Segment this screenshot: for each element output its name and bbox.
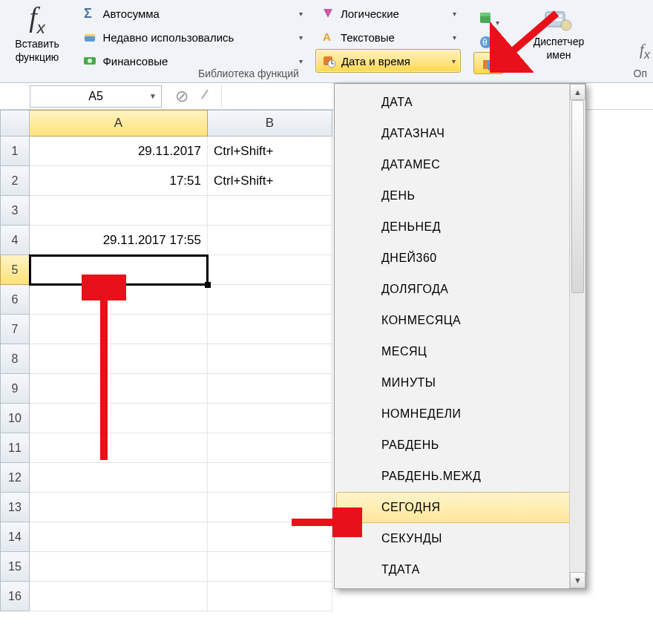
cell[interactable] [208,433,332,463]
fx-button[interactable] [199,87,214,105]
function-library-caption: Библиотека функций [171,68,326,79]
menu-item[interactable]: ТДАТА [336,554,584,585]
insert-function-button[interactable]: fx Вставить функцию [0,0,74,65]
cell[interactable] [30,522,208,552]
row-header[interactable]: 9 [0,374,30,404]
chevron-down-icon: ▾ [299,57,303,65]
row-header[interactable]: 7 [0,315,30,344]
menu-item[interactable]: РАБДЕНЬ.МЕЖД [336,461,584,492]
cell[interactable] [208,404,332,433]
svg-rect-14 [483,60,488,69]
row-header[interactable]: 15 [0,552,30,582]
function-shortcuts: Σ Автосумма ▾ Недавно использовались ▾ Ф… [77,0,307,74]
insert-function-label-2: функцию [16,51,59,63]
cell[interactable] [208,374,332,404]
recent-button[interactable]: Недавно использовались ▾ [82,25,303,49]
menu-item[interactable]: ДЕНЬНЕД [336,211,584,243]
menu-item[interactable]: ДОЛЯГОДА [336,274,584,305]
autosum-button[interactable]: Σ Автосумма ▾ [82,1,303,25]
row-header[interactable]: 10 [0,404,30,433]
row-header[interactable]: 8 [0,344,30,374]
scroll-up-button[interactable]: ▲ [570,84,585,100]
menu-item[interactable]: СЕКУНДЫ [336,523,584,554]
cell[interactable] [208,552,332,582]
column-header[interactable]: A [30,110,208,137]
cancel-button[interactable]: ⊘ [175,87,188,106]
chevron-down-icon: ▾ [452,57,456,65]
row-header[interactable]: 5 [0,255,30,285]
menu-item[interactable]: ДАТАМЕС [336,149,584,180]
name-box[interactable]: A5 ▼ [30,85,162,108]
chevron-down-icon: ▾ [453,33,456,42]
row-header[interactable]: 13 [0,493,30,522]
svg-text:Σ: Σ [84,6,92,21]
menu-item[interactable]: РАБДЕНЬ [336,430,584,461]
cell[interactable] [208,196,332,226]
chevron-down-icon[interactable]: ▼ [149,92,157,100]
row-header[interactable]: 6 [0,285,30,315]
svg-rect-2 [85,34,95,36]
svg-text:A: A [323,30,331,43]
svg-text:θ: θ [482,37,488,47]
text-button[interactable]: A Текстовые ▾ [315,25,461,49]
column-header[interactable]: B [208,110,332,137]
cell[interactable] [208,285,332,315]
chevron-down-icon: ▾ [299,33,303,42]
cell[interactable] [208,226,332,255]
cell[interactable] [30,552,208,582]
row-header[interactable]: 1 [0,137,30,166]
row-header[interactable]: 12 [0,463,30,493]
cell[interactable] [208,255,332,285]
cell[interactable] [30,582,208,611]
menu-item[interactable]: ДНЕЙ360 [336,243,584,274]
menu-item[interactable]: ДЕНЬ [336,180,584,211]
cell[interactable] [30,463,208,493]
menu-item[interactable]: НОМНЕДЕЛИ [336,398,584,430]
red-arrow-annotation [288,507,362,537]
row-header[interactable]: 2 [0,166,30,196]
name-box-value: A5 [88,90,103,103]
cell[interactable]: Ctrl+Shift+ [208,166,332,196]
select-all-corner[interactable] [0,110,30,137]
logical-button[interactable]: Логические ▾ [315,1,461,25]
red-arrow-annotation [490,6,564,73]
svg-line-20 [503,13,557,59]
cell[interactable] [30,493,208,522]
menu-item[interactable]: СЕГОДНЯ [336,492,584,523]
recent-icon [82,29,98,45]
cell[interactable] [208,463,332,493]
insert-function-label-1: Вставить [15,38,59,50]
cell[interactable] [208,582,332,611]
cell[interactable] [30,196,208,226]
date-time-dropdown: ДАТАДАТАЗНАЧДАТАМЕСДЕНЬДЕНЬНЕДДНЕЙ360ДОЛ… [334,83,586,589]
scroll-thumb[interactable] [571,100,584,293]
row-header[interactable]: 4 [0,226,30,255]
fill-handle[interactable] [205,282,211,288]
cell[interactable]: 29.11.2017 17:55 [30,226,208,255]
cell[interactable] [208,344,332,374]
row-header[interactable]: 3 [0,196,30,226]
function-categories: Логические ▾ A Текстовые ▾ Дата и время … [311,0,465,74]
row-header[interactable]: 11 [0,433,30,463]
fx-icon: fx [4,3,70,36]
cell[interactable] [208,315,332,344]
logical-icon [320,5,336,22]
right-caption: Оп [634,68,647,79]
date-time-button[interactable]: Дата и время ▾ [315,49,461,73]
row-header[interactable]: 14 [0,522,30,552]
menu-item[interactable]: МЕСЯЦ [336,336,584,367]
chevron-down-icon: ▾ [453,10,456,18]
cell[interactable]: 29.11.2017 [30,137,208,166]
chevron-down-icon: ▾ [299,10,303,18]
red-arrow-annotation [82,275,126,467]
menu-item[interactable]: КОНМЕСЯЦА [336,305,584,336]
scrollbar[interactable]: ▲ ▼ [569,84,585,588]
scroll-down-button[interactable]: ▼ [570,572,585,588]
menu-item[interactable]: ДАТА [336,87,584,118]
row-header[interactable]: 16 [0,582,30,611]
cell[interactable]: 17:51 [30,166,208,196]
cell[interactable]: Ctrl+Shift+ [208,137,332,166]
menu-item[interactable]: ДАТАЗНАЧ [336,118,584,149]
menu-item[interactable]: МИНУТЫ [336,367,584,398]
sigma-icon: Σ [82,5,98,22]
